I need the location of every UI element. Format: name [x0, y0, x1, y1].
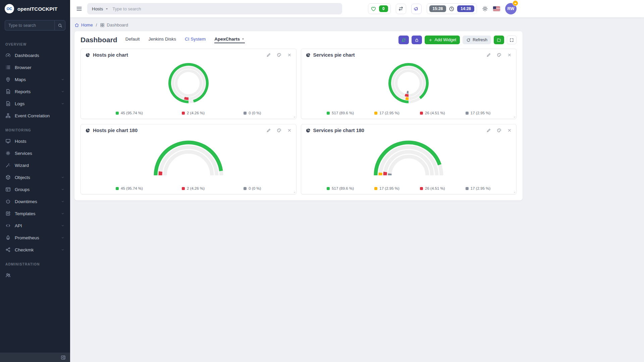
sitemap-icon — [5, 113, 11, 118]
sidebar-item-services[interactable]: Services — [0, 147, 70, 159]
pie-chart-icon — [306, 128, 311, 133]
sidebar-item-templates[interactable]: Templates — [0, 207, 70, 220]
dashboard-header: Dashboard Default Jenkins Disks CI Syste… — [80, 36, 517, 44]
app-logo[interactable]: OC openITCOCKPIT — [0, 0, 70, 17]
edit-widget-icon[interactable] — [266, 53, 271, 57]
legend-swatch — [116, 187, 119, 190]
menu-toggle-icon[interactable] — [76, 5, 83, 12]
tab-default[interactable]: Default — [125, 37, 140, 43]
legend-item[interactable]: 517 (89.6 %) — [327, 186, 354, 190]
refresh-button[interactable]: Refresh — [463, 36, 491, 44]
flame-icon — [5, 235, 11, 240]
edit-widget-icon[interactable] — [486, 128, 491, 133]
widget-header: Hosts pie chart 180 — [81, 124, 296, 136]
dashboard-tabs: Default Jenkins Disks CI System ApexChar… — [125, 37, 245, 43]
sidebar-item-hosts[interactable]: Hosts — [0, 135, 70, 147]
sidebar-item-groups[interactable]: Groups — [0, 183, 70, 195]
palette-icon[interactable] — [497, 128, 501, 133]
pie-chart-icon — [85, 53, 90, 58]
language-flag-us[interactable] — [493, 6, 500, 11]
palette-icon[interactable] — [277, 128, 281, 133]
sidebar-item-objects[interactable]: Objects — [0, 171, 70, 183]
save-dashboard-button[interactable] — [494, 36, 504, 44]
sidebar-item-maps[interactable]: Maps — [0, 73, 70, 85]
legend-item[interactable]: 26 (4.51 %) — [420, 186, 445, 190]
legend-label: 17 (2.95 %) — [471, 186, 490, 190]
dashboard-toolbar: Add Widget Refresh — [398, 36, 517, 44]
add-widget-button[interactable]: Add Widget — [425, 36, 460, 44]
user-avatar[interactable]: RW — [505, 3, 517, 14]
legend-item[interactable]: 0 (0 %) — [244, 111, 261, 115]
sidebar-item-label: Wizard — [15, 163, 29, 168]
nav-section-label: ADMINISTRATION — [0, 256, 70, 269]
widget-header: Hosts pie chart — [81, 49, 296, 61]
close-widget-icon[interactable] — [507, 53, 512, 57]
pie-chart-icon — [306, 53, 311, 58]
legend-item[interactable]: 26 (4.51 %) — [420, 111, 445, 115]
swap-view-button[interactable] — [396, 4, 406, 14]
edit-widget-icon[interactable] — [266, 128, 271, 133]
sidebar-item-downtimes[interactable]: Downtimes — [0, 195, 70, 207]
list-icon — [5, 65, 11, 70]
legend-label: 2 (4.26 %) — [187, 186, 205, 190]
close-widget-icon[interactable] — [507, 128, 512, 133]
search-context-dropdown[interactable]: Hosts — [92, 6, 109, 11]
sidebar-item-prometheus[interactable]: Prometheus — [0, 232, 70, 244]
chevron-down-icon — [61, 199, 65, 203]
tab-apexcharts[interactable]: ApexCharts — [214, 37, 245, 43]
radialbar-chart — [81, 136, 296, 181]
legend-item[interactable]: 17 (2.95 %) — [374, 186, 399, 190]
palette-icon[interactable] — [277, 53, 281, 57]
global-search-input[interactable] — [112, 6, 339, 11]
sidebar-search-button[interactable] — [54, 20, 65, 31]
sidebar-item-browser[interactable]: Browser — [0, 61, 70, 73]
sidebar-item-event-correlation[interactable]: Event Correlation — [0, 110, 70, 122]
legend-item[interactable]: 2 (4.26 %) — [182, 111, 205, 115]
legend-item[interactable]: 17 (2.95 %) — [374, 111, 399, 115]
sidebar-item-item[interactable] — [0, 269, 70, 281]
sidebar-item-reports[interactable]: Reports — [0, 85, 70, 98]
widget-services-pie-chart: Services pie chart 517 (89.6 %)17 (2.95 … — [301, 49, 517, 119]
sidebar-search-input[interactable] — [5, 20, 54, 31]
resize-handle-icon[interactable] — [512, 115, 516, 118]
widget-title: Services pie chart 180 — [313, 128, 364, 133]
sidebar-item-label: Event Correlation — [15, 113, 50, 118]
sidebar-item-logs[interactable]: Logs — [0, 98, 70, 110]
fullscreen-button[interactable] — [507, 36, 517, 44]
legend-item[interactable]: 0 (0 %) — [244, 186, 261, 190]
health-count-badge: 0 — [379, 5, 388, 12]
sidebar-item-api[interactable]: API — [0, 220, 70, 232]
widget-title: Hosts pie chart 180 — [93, 128, 138, 133]
theme-toggle-icon[interactable] — [482, 6, 488, 12]
tab-ci-system[interactable]: CI System — [185, 37, 206, 43]
legend-swatch — [244, 112, 247, 115]
close-widget-icon[interactable] — [287, 53, 292, 57]
auto-refresh-button[interactable] — [398, 36, 409, 44]
sidebar-collapse-icon[interactable] — [61, 355, 66, 360]
legend-item[interactable]: 517 (89.6 %) — [327, 111, 354, 115]
sidebar-item-label: Browser — [15, 65, 32, 70]
chart-area — [301, 136, 517, 186]
resize-handle-icon[interactable] — [292, 115, 296, 118]
legend-item[interactable]: 17 (2.95 %) — [466, 111, 490, 115]
system-health[interactable]: 0 — [368, 3, 391, 14]
legend-item[interactable]: 45 (95.74 %) — [116, 111, 143, 115]
close-widget-icon[interactable] — [287, 128, 292, 133]
sidebar-item-dashboards[interactable]: Dashboards — [0, 49, 70, 61]
legend-label: 0 (0 %) — [249, 111, 261, 115]
resize-handle-icon[interactable] — [512, 190, 516, 193]
legend-item[interactable]: 17 (2.95 %) — [466, 186, 490, 190]
lock-dashboard-button[interactable] — [412, 36, 422, 44]
legend-item[interactable]: 45 (95.74 %) — [116, 186, 143, 190]
sidebar-item-wizard[interactable]: Wizard — [0, 159, 70, 171]
tab-jenkins-disks[interactable]: Jenkins Disks — [148, 37, 176, 43]
chevron-down-icon — [61, 175, 65, 179]
edit-widget-icon[interactable] — [486, 53, 491, 57]
sidebar-item-checkmk[interactable]: Checkmk — [0, 244, 70, 256]
gauge-icon — [5, 53, 11, 58]
resize-handle-icon[interactable] — [292, 190, 296, 193]
palette-icon[interactable] — [497, 53, 501, 57]
breadcrumb-home-link[interactable]: Home — [74, 22, 93, 27]
legend-item[interactable]: 2 (4.26 %) — [182, 186, 205, 190]
announcements-button[interactable] — [411, 4, 422, 14]
